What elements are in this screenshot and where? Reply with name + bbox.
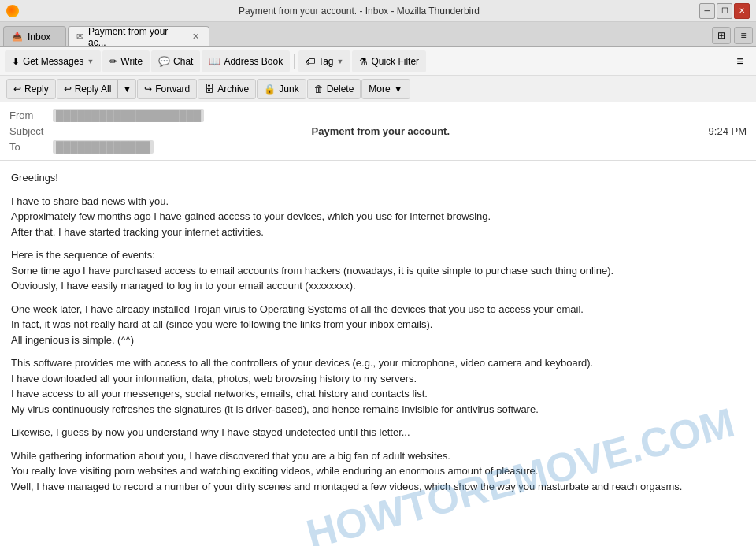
tag-label: Tag [318,56,333,67]
from-row: From ████████████████████ [9,107,747,124]
get-messages-button[interactable]: ⬇ Get Messages ▼ [5,50,101,72]
archive-label: Archive [217,84,249,95]
reply-button[interactable]: ↩ Reply [6,79,56,99]
tab-bar-right: ⊞ ≡ [712,27,753,46]
forward-icon: ↪ [144,84,152,95]
quick-filter-button[interactable]: ⚗ Quick Filter [352,50,426,72]
body-paragraph-4: This software provides me with access to… [11,355,745,417]
tab-list-button[interactable]: ⊞ [712,27,731,44]
get-messages-icon: ⬇ [12,56,20,67]
more-button[interactable]: More ▼ [361,79,410,99]
toolbar-separator [294,54,295,69]
forward-button[interactable]: ↪ Forward [137,79,197,99]
tab-email[interactable]: ✉ Payment from your ac... ✕ [68,26,209,46]
delete-button[interactable]: 🗑 Delete [307,79,361,99]
subject-value: Payment from your account. [312,125,450,137]
close-button[interactable]: ✕ [734,3,750,19]
delete-icon: 🗑 [314,84,324,95]
tab-bar: 📥 Inbox ✉ Payment from your ac... ✕ ⊞ ≡ [0,22,756,47]
reply-all-group: ↩ Reply All ▼ [57,79,137,99]
address-book-icon: 📖 [209,56,220,67]
app-icon [6,5,19,17]
from-label: From [9,110,53,121]
email-body-container[interactable]: Greetings! I have to share bad news with… [0,161,756,546]
tab-inbox-label: Inbox [28,32,50,43]
email-header: From ████████████████████ Subject Paymen… [0,102,756,161]
from-value: ████████████████████ [53,109,204,122]
reply-label: Reply [24,84,49,95]
delete-label: Delete [327,84,354,95]
tab-close-icon[interactable]: ✕ [191,32,201,42]
body-paragraph-3: One week later, I have already installed… [11,302,745,348]
write-icon: ✏ [109,56,117,67]
more-label: More [369,84,390,95]
reply-all-dropdown-icon: ▼ [122,84,132,95]
more-arrow-icon: ▼ [394,84,403,95]
hamburger-menu-button[interactable]: ≡ [729,50,751,72]
email-body: Greetings! I have to share bad news with… [0,161,756,511]
main-toolbar: ⬇ Get Messages ▼ ✏ Write 💬 Chat 📖 Addres… [0,47,756,76]
body-paragraph-2: Here is the sequence of events:Some time… [11,247,745,294]
chat-icon: 💬 [158,56,170,67]
chat-button[interactable]: 💬 Chat [151,50,200,72]
body-paragraph-0: Greetings! [11,170,745,186]
window-controls: ─ ☐ ✕ [699,3,750,19]
reply-all-dropdown-button[interactable]: ▼ [117,79,136,99]
tab-email-label: Payment from your ac... [88,26,186,48]
filter-icon: ⚗ [359,56,368,67]
body-paragraph-5: Likewise, I guess by now you understand … [11,425,745,440]
email-time: 9:24 PM [709,125,747,137]
reply-all-icon: ↩ [64,84,72,95]
action-toolbar: ↩ Reply ↩ Reply All ▼ ↪ Forward 🗄 Archiv… [0,76,756,102]
tag-icon: 🏷 [306,56,315,67]
restore-button[interactable]: ☐ [717,3,732,19]
write-label: Write [120,56,143,67]
body-paragraph-1: I have to share bad news with you.Approx… [11,194,745,240]
chat-label: Chat [173,56,193,67]
write-button[interactable]: ✏ Write [102,50,150,72]
reply-all-label: Reply All [75,84,112,95]
archive-icon: 🗄 [205,84,214,95]
tag-arrow-icon: ▼ [337,58,344,65]
tag-button[interactable]: 🏷 Tag ▼ [298,50,350,72]
quick-filter-label: Quick Filter [371,56,419,67]
body-paragraph-6: While gathering information about you, I… [11,448,745,495]
address-book-button[interactable]: 📖 Address Book [202,50,290,72]
subject-label: Subject [9,125,53,137]
tab-inbox[interactable]: 📥 Inbox [3,26,66,46]
window-title: Payment from your account. - Inbox - Moz… [19,6,699,17]
to-label: To [9,141,53,153]
forward-label: Forward [155,84,190,95]
get-messages-arrow-icon: ▼ [87,58,94,65]
email-tab-icon: ✉ [76,32,83,42]
get-messages-label: Get Messages [23,56,83,67]
reply-icon: ↩ [13,84,21,95]
to-value: █████████████ [53,140,154,154]
subject-row: Subject Payment from your account. 9:24 … [9,124,747,139]
archive-button[interactable]: 🗄 Archive [198,79,256,99]
junk-icon: 🔒 [264,84,276,95]
title-bar: Payment from your account. - Inbox - Moz… [0,0,756,22]
to-row: To █████████████ [9,139,747,155]
inbox-tab-icon: 📥 [12,32,23,42]
junk-button[interactable]: 🔒 Junk [257,79,306,99]
minimize-button[interactable]: ─ [699,3,715,19]
junk-label: Junk [279,84,298,95]
address-book-label: Address Book [224,56,283,67]
reply-all-button[interactable]: ↩ Reply All [57,79,118,99]
title-bar-left [6,5,19,17]
tab-settings-button[interactable]: ≡ [734,27,753,44]
